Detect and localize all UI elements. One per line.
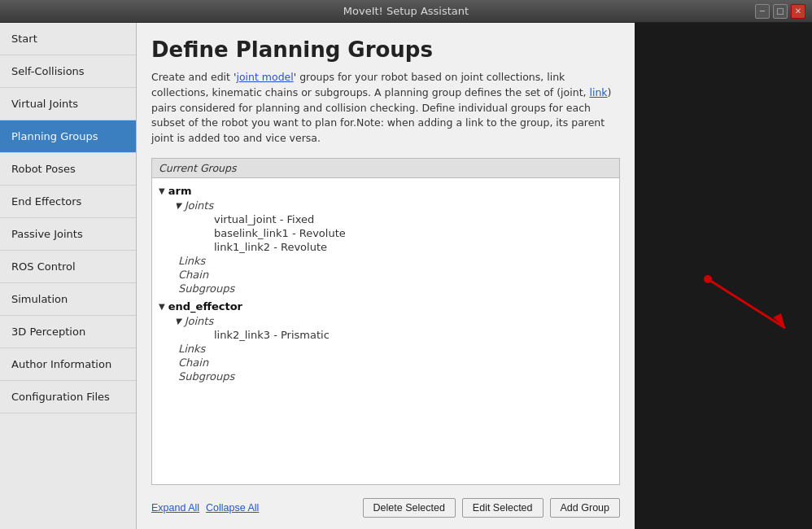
sidebar-item-3d-perception[interactable]: 3D Perception (0, 316, 136, 348)
sidebar-item-end-effectors[interactable]: End Effectors (0, 186, 136, 218)
link-link[interactable]: link (589, 86, 607, 98)
sidebar-item-self-collisions[interactable]: Self-Collisions (0, 55, 136, 88)
joint-model-link[interactable]: joint model (236, 71, 293, 83)
titlebar: MoveIt! Setup Assistant − □ ✕ (0, 0, 812, 23)
add-group-button[interactable]: Add Group (550, 498, 620, 518)
minimize-button[interactable]: − (755, 4, 770, 19)
collapse-arrow-end-effector: ▼ (159, 302, 165, 311)
sidebar-item-start[interactable]: Start (0, 23, 136, 55)
app-container: Start Self-Collisions Virtual Joints Pla… (0, 23, 812, 529)
bottom-bar: Expand All Collapse All Delete Selected … (151, 493, 620, 521)
collapse-all-button[interactable]: Collapse All (206, 502, 259, 514)
tree-joints-header-end-effector[interactable]: ▼ Joints (175, 314, 613, 328)
group-name-end-effector: end_effector (168, 300, 242, 313)
tree-links-end-effector[interactable]: Links (178, 342, 613, 356)
collapse-arrow-joints-end-effector: ▼ (175, 317, 181, 326)
window-title: MoveIt! Setup Assistant (343, 5, 469, 17)
sidebar-item-author-information[interactable]: Author Information (0, 348, 136, 381)
page-title: Define Planning Groups (151, 37, 620, 62)
maximize-button[interactable]: □ (773, 4, 788, 19)
sidebar-item-simulation[interactable]: Simulation (0, 283, 136, 316)
collapse-arrow-joints-arm: ▼ (175, 201, 181, 210)
main-content: Define Planning Groups Create and edit '… (137, 23, 635, 529)
joints-label-arm: Joints (185, 199, 214, 212)
tree-group-header-end-effector[interactable]: ▼ end_effector (159, 299, 613, 314)
tree-group-arm: ▼ arm ▼ Joints virtual_joint - Fixed bas… (159, 183, 613, 295)
collapse-arrow-arm: ▼ (159, 186, 165, 195)
group-name-arm: arm (168, 185, 192, 197)
edit-selected-button[interactable]: Edit Selected (462, 498, 544, 518)
joints-label-end-effector: Joints (185, 315, 214, 327)
joint-item[interactable]: link1_link2 - Revolute (214, 240, 613, 254)
tree-chain-end-effector[interactable]: Chain (178, 356, 613, 369)
groups-panel-header: Current Groups (152, 159, 619, 178)
tree-subgroups-arm[interactable]: Subgroups (178, 282, 613, 295)
svg-point-2 (704, 275, 712, 283)
close-button[interactable]: ✕ (791, 4, 805, 19)
description: Create and edit 'joint model' groups for… (151, 70, 620, 146)
sidebar-item-planning-groups[interactable]: Planning Groups (0, 120, 136, 153)
tree-group-end-effector: ▼ end_effector ▼ Joints link2_link3 - Pr… (159, 299, 613, 383)
tree-links-arm[interactable]: Links (178, 254, 613, 268)
sidebar-item-virtual-joints[interactable]: Virtual Joints (0, 88, 136, 120)
svg-rect-0 (635, 23, 812, 529)
sidebar-item-passive-joints[interactable]: Passive Joints (0, 218, 136, 251)
joint-item[interactable]: link2_link3 - Prismatic (214, 328, 613, 342)
tree-group-header-arm[interactable]: ▼ arm (159, 183, 613, 199)
joint-item[interactable]: virtual_joint - Fixed (214, 212, 613, 226)
sidebar-item-ros-control[interactable]: ROS Control (0, 251, 136, 283)
expand-all-button[interactable]: Expand All (151, 502, 199, 514)
joint-item[interactable]: baselink_link1 - Revolute (214, 226, 613, 240)
tree-chain-arm[interactable]: Chain (178, 268, 613, 282)
groups-tree: ▼ arm ▼ Joints virtual_joint - Fixed bas… (152, 178, 619, 391)
groups-panel[interactable]: Current Groups ▼ arm ▼ Joints virtual_j (151, 158, 620, 485)
sidebar-item-configuration-files[interactable]: Configuration Files (0, 381, 136, 413)
delete-selected-button[interactable]: Delete Selected (363, 498, 456, 518)
robot-canvas (635, 23, 812, 529)
sidebar: Start Self-Collisions Virtual Joints Pla… (0, 23, 137, 529)
window-controls: − □ ✕ (755, 4, 805, 19)
sidebar-item-robot-poses[interactable]: Robot Poses (0, 153, 136, 186)
robot-view-panel (635, 23, 812, 529)
tree-joints-header-arm[interactable]: ▼ Joints (175, 199, 613, 212)
tree-subgroups-end-effector[interactable]: Subgroups (178, 369, 613, 383)
